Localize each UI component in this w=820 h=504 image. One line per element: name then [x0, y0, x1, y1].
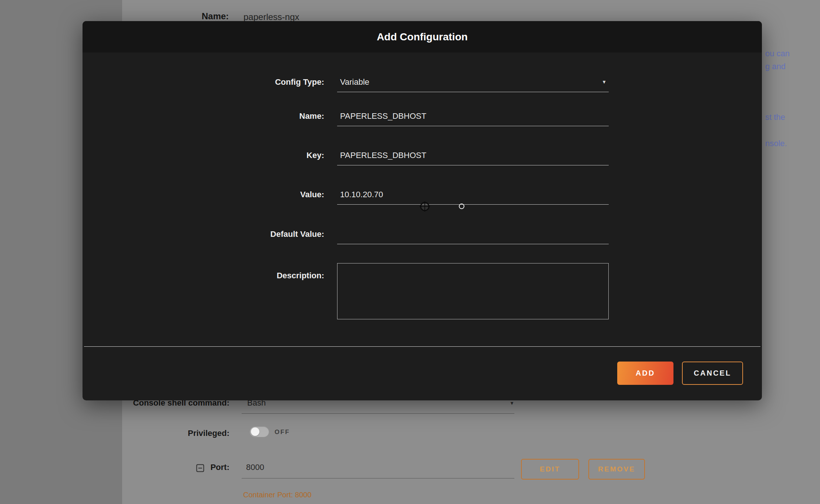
add-button[interactable]: ADD: [617, 362, 673, 385]
description-textarea[interactable]: [337, 263, 609, 319]
clipped-help-text: ou can: [765, 49, 790, 58]
clipped-help-text: nsole.: [765, 139, 787, 148]
dialog-header: Add Configuration: [83, 21, 762, 53]
value-input[interactable]: 10.10.20.70: [337, 185, 609, 205]
port-label: Port:: [104, 463, 229, 472]
name-label: Name:: [83, 106, 324, 126]
privileged-state-label: OFF: [275, 429, 290, 436]
cancel-button[interactable]: CANCEL: [682, 362, 743, 385]
privileged-toggle[interactable]: [250, 426, 269, 437]
chevron-down-icon[interactable]: ▼: [510, 400, 514, 406]
remove-button[interactable]: REMOVE: [588, 459, 645, 480]
port-input[interactable]: 8000: [246, 463, 264, 472]
description-label: Description:: [83, 266, 324, 286]
config-type-value: Variable: [340, 77, 369, 87]
console-shell-underline: [242, 413, 514, 414]
edit-button[interactable]: EDIT: [521, 459, 579, 480]
clipped-help-text: st the: [765, 112, 785, 122]
default-value-input[interactable]: [337, 224, 609, 244]
container-port-note: Container Port: 8000: [243, 491, 312, 499]
toggle-knob: [251, 427, 259, 436]
cursor-crosshair-icon: [419, 200, 431, 214]
chevron-down-icon[interactable]: ▼: [602, 72, 606, 92]
name-input[interactable]: PAPERLESS_DBHOST: [337, 106, 609, 126]
cursor-circle-icon: [459, 204, 464, 209]
key-label: Key:: [83, 145, 324, 165]
config-type-select[interactable]: Variable ▼: [337, 72, 609, 92]
container-name-value: paperless-ngx: [243, 12, 299, 22]
dialog-title: Add Configuration: [83, 21, 762, 53]
container-name-label: Name:: [202, 11, 229, 21]
port-underline: [242, 478, 514, 478]
clipped-help-text: g and: [765, 62, 786, 71]
privileged-label: Privileged:: [104, 429, 229, 438]
default-value-label: Default Value:: [83, 224, 324, 244]
key-input[interactable]: PAPERLESS_DBHOST: [337, 145, 609, 165]
config-type-label: Config Type:: [83, 72, 324, 92]
value-label: Value:: [83, 185, 324, 205]
footer-divider: [84, 346, 760, 347]
